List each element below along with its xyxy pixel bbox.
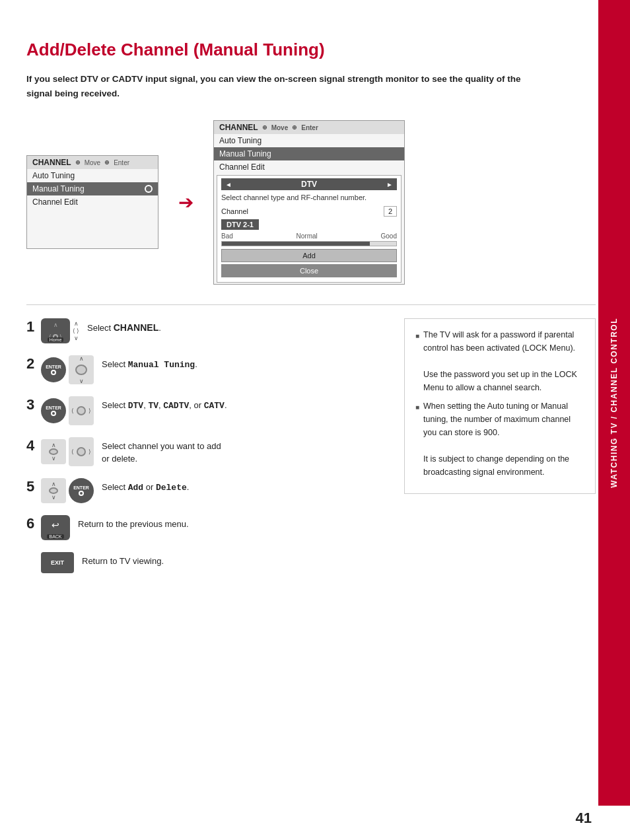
nav-left-4: ⟨	[71, 448, 74, 455]
step-6-number: 6	[26, 516, 38, 531]
enter-circle-1	[51, 370, 56, 375]
submenu-channel-num: 2	[384, 206, 397, 217]
nav-btn-3: ⟨ ⟩	[69, 396, 94, 425]
exit-icons: EXIT	[41, 552, 74, 573]
menu1-enter-icon: ⊕	[104, 159, 110, 166]
back-label: BACK	[47, 534, 63, 539]
menu1-spacer	[27, 209, 158, 248]
step-2-number: 2	[26, 357, 38, 371]
sq2-center	[49, 487, 58, 494]
step-5-add: Add	[128, 483, 143, 493]
channel-menu-1: CHANNEL ⊕ Move ⊕ Enter Auto Tuning Manua…	[26, 155, 158, 249]
submenu-desc: Select channel type and RF-channel numbe…	[221, 193, 397, 203]
signal-good: Good	[381, 232, 397, 240]
nav-right-3: ⟩	[88, 407, 91, 414]
bullet-2: ■	[415, 402, 419, 479]
step-6: 6 ↩ BACK Return to the previous menu.	[26, 515, 384, 540]
step-3-icons: ENTER ⟨ ⟩	[41, 396, 94, 425]
enter-btn-3: ENTER	[69, 478, 94, 503]
back-btn: ↩ BACK	[41, 515, 70, 540]
menu1-move-icon: ⊕	[75, 159, 81, 166]
step-2-text: Select Manual Tuning.	[102, 355, 197, 372]
submenu-right-arrow: ►	[386, 181, 393, 188]
arrow-right: ➔	[178, 192, 193, 213]
page-title: Add/Delete Channel (Manual Tuning)	[26, 40, 596, 60]
step-1: 1 ∧ ⟨ ⟩ Home	[26, 318, 384, 343]
steps-left: 1 ∧ ⟨ ⟩ Home	[26, 318, 384, 585]
sq1-down: ∨	[52, 455, 56, 462]
step-5-icons: ∧ ∨ ENTER	[41, 478, 94, 503]
nav-lr-1: ⟨ ⟩	[73, 328, 79, 334]
step-3-tv: TV	[148, 401, 158, 411]
step-5-delete: Delete	[156, 483, 187, 493]
submenu-panel: ◄ DTV ► Select channel type and RF-chann…	[217, 175, 402, 282]
note-2: ■ When setting the Auto tuning or Manual…	[415, 400, 584, 479]
sq1-center	[49, 448, 58, 455]
nav-left-1: ⟨	[73, 328, 75, 334]
enter-circle-2	[51, 411, 56, 416]
submenu-channel-row: Channel 2	[221, 206, 397, 217]
note-1-text: The TV will ask for a password if parent…	[423, 328, 584, 394]
step-5-text: Select Add or Delete.	[102, 478, 189, 495]
menu1-header: CHANNEL ⊕ Move ⊕ Enter	[27, 156, 158, 169]
screenshots-area: CHANNEL ⊕ Move ⊕ Enter Auto Tuning Manua…	[26, 120, 596, 284]
submenu-channel-label: Channel	[221, 207, 248, 215]
home-label: Home	[48, 337, 64, 342]
nav-down-1: ∨	[74, 335, 79, 341]
exit-text: Return to TV viewing.	[82, 552, 164, 568]
step-6-icons: ↩ BACK	[41, 515, 70, 540]
home-btn: ∧ ⟨ ⟩ Home	[41, 318, 70, 343]
nav-down-2: ∨	[79, 378, 84, 384]
sq2-up: ∧	[52, 481, 56, 487]
step-4-icons: ∧ ∨ ⟨ ⟩	[41, 437, 94, 466]
enter-btn-2: ENTER	[41, 398, 66, 423]
step-3-number: 3	[26, 398, 38, 412]
menu2-header: CHANNEL ⊕ Move ⊕ Enter	[214, 121, 404, 134]
signal-bad: Bad	[221, 232, 233, 240]
enter-btn-1: ENTER	[41, 357, 66, 382]
sidebar-label: WATCHING TV / CHANNEL CONTROL	[610, 318, 619, 488]
enter-circle-3	[79, 491, 84, 496]
step-3-catv: CATV	[204, 401, 225, 411]
submenu-dtv-label: DTV	[301, 180, 317, 189]
menu2-item-edit: Channel Edit	[214, 160, 404, 174]
menu2-item-auto: Auto Tuning	[214, 134, 404, 147]
steps-right: ■ The TV will ask for a password if pare…	[404, 318, 596, 585]
channel-menu-2: CHANNEL ⊕ Move ⊕ Enter Auto Tuning Manua…	[213, 120, 405, 284]
nav-up-1: ∧	[74, 320, 79, 327]
add-button[interactable]: Add	[221, 249, 397, 262]
step-5-number: 5	[26, 479, 38, 494]
step-1-text: Select CHANNEL.	[87, 318, 161, 335]
step-3-text: Select DTV, TV, CADTV, or CATV.	[102, 396, 227, 413]
step-4-number: 4	[26, 438, 38, 453]
menu2-move-label: Move	[271, 124, 289, 131]
step-2: 2 ENTER ∧ ∨ Select Manual Tuning.	[26, 355, 384, 384]
sq1-up: ∧	[52, 442, 56, 448]
square-btn-2: ∧ ∨	[41, 478, 66, 503]
back-arrow: ↩	[52, 520, 59, 530]
submenu-dtv21: DTV 2-1	[221, 219, 259, 230]
step-2-icons: ENTER ∧ ∨	[41, 355, 94, 384]
close-button[interactable]: Close	[221, 264, 397, 277]
nav-center-4	[77, 447, 86, 456]
step-1-number: 1	[26, 320, 38, 334]
step-3: 3 ENTER ⟨ ⟩ Select DTV, TV, CADTV, or CA…	[26, 396, 384, 425]
step-3-cadtv: CADTV	[163, 401, 189, 411]
home-arrows: ∧	[53, 322, 58, 328]
nav-left-3: ⟨	[71, 407, 74, 414]
nav-up-2: ∧	[79, 355, 84, 362]
menu2-item-manual: Manual Tuning	[214, 147, 404, 160]
step-3-dtv: DTV	[128, 401, 143, 411]
submenu-left-arrow: ◄	[225, 181, 232, 188]
menu2-move-icon: ⊕	[262, 124, 267, 131]
intro-text: If you select DTV or CADTV input signal,…	[26, 72, 528, 100]
divider	[26, 304, 596, 305]
step-4-text: Select channel you want to addor delete.	[102, 437, 221, 466]
nav-right-4: ⟩	[88, 448, 91, 455]
menu2-enter-icon: ⊕	[292, 124, 297, 131]
step-5: 5 ∧ ∨ ENTER Select Add or Delete.	[26, 478, 384, 503]
nav-btn-4: ⟨ ⟩	[69, 437, 94, 466]
step-2-manual: Manual Tuning	[128, 360, 195, 370]
signal-normal: Normal	[297, 232, 318, 240]
step-6-text: Return to the previous menu.	[78, 515, 189, 531]
